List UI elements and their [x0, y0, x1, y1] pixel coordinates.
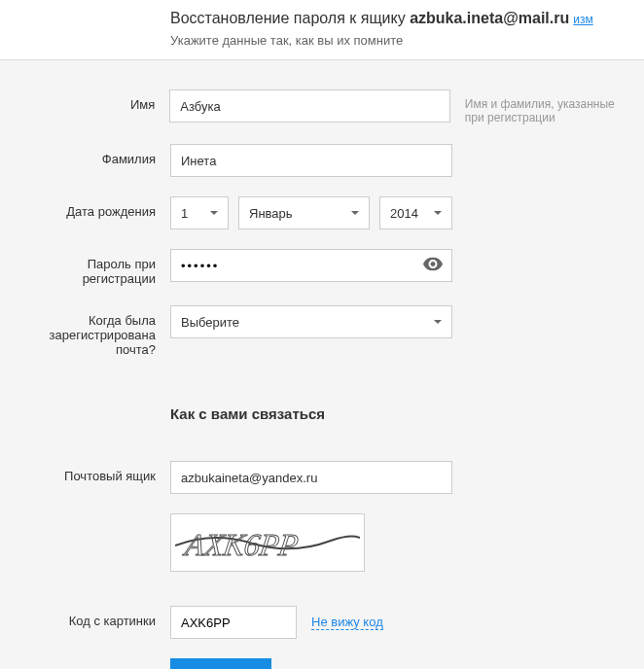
- captcha-input[interactable]: [170, 606, 297, 639]
- header: Восстановление пароля к ящику azbuka.ine…: [0, 0, 644, 60]
- month-select[interactable]: Январь: [238, 196, 370, 229]
- password-input[interactable]: [170, 249, 452, 282]
- change-link[interactable]: изм: [573, 13, 592, 26]
- row-submit: Отправить: [19, 658, 625, 669]
- content: Имя Имя и фамилия, указанные при регистр…: [0, 60, 644, 669]
- label-registered: Когда была зарегистрирована почта?: [19, 305, 170, 357]
- cant-see-link[interactable]: Не вижу код: [311, 615, 383, 630]
- row-surname: Фамилия: [19, 144, 625, 177]
- label-name: Имя: [19, 89, 169, 112]
- label-surname: Фамилия: [19, 144, 170, 166]
- contact-section-title: Как с вами связаться: [170, 405, 452, 422]
- surname-input[interactable]: [170, 144, 452, 177]
- label-mailbox: Почтовый ящик: [19, 461, 170, 483]
- header-subtitle: Укажите данные так, как вы их помните: [170, 33, 625, 48]
- row-birthdate: Дата рождения 1 Январь 2014: [19, 196, 625, 229]
- row-mailbox: Почтовый ящик: [19, 461, 625, 494]
- svg-text:AXK6PP: AXK6PP: [181, 527, 301, 562]
- hint-name: Имя и фамилия, указанные при регистрации: [450, 89, 625, 124]
- row-contact-title: Как с вами связаться: [19, 376, 625, 441]
- captcha-image: AXK6PP: [170, 513, 365, 572]
- row-captcha-input: Код с картинки Не вижу код: [19, 606, 625, 639]
- email-input[interactable]: [170, 461, 452, 494]
- title-prefix: Восстановление пароля к ящику: [170, 10, 410, 26]
- submit-button[interactable]: Отправить: [170, 658, 271, 669]
- row-password: Пароль при регистрации: [19, 249, 625, 286]
- year-select[interactable]: 2014: [379, 196, 452, 229]
- title-email: azbuka.ineta@mail.ru: [410, 10, 569, 26]
- row-captcha-img: AXK6PP: [19, 513, 625, 586]
- registered-select[interactable]: Выберите: [170, 305, 452, 338]
- label-captcha: Код с картинки: [19, 606, 170, 628]
- label-birthdate: Дата рождения: [19, 196, 170, 219]
- row-name: Имя Имя и фамилия, указанные при регистр…: [19, 89, 625, 124]
- name-input[interactable]: [169, 89, 450, 123]
- day-select[interactable]: 1: [170, 196, 229, 229]
- row-registered: Когда была зарегистрирована почта? Выбер…: [19, 305, 625, 357]
- label-password: Пароль при регистрации: [19, 249, 170, 286]
- eye-icon[interactable]: [423, 258, 443, 274]
- page-title: Восстановление пароля к ящику azbuka.ine…: [170, 10, 625, 27]
